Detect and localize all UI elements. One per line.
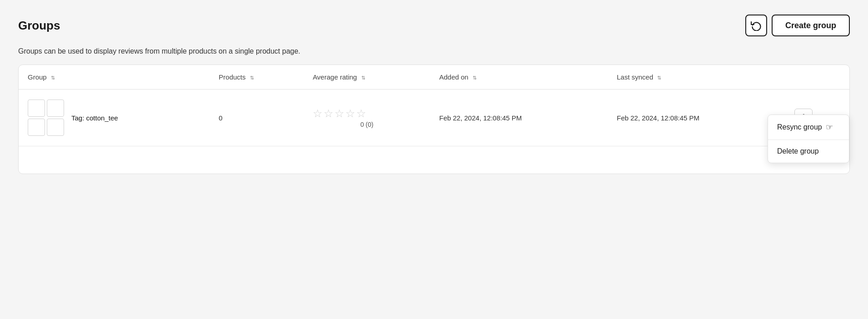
thumb-4 (47, 119, 64, 136)
sort-icon-rating: ⇅ (361, 75, 365, 80)
cursor-hand-icon: ☞ (826, 122, 833, 132)
group-thumbnails (28, 100, 64, 136)
page-description: Groups can be used to display reviews fr… (18, 47, 850, 55)
sort-icon-group: ⇅ (51, 75, 55, 80)
actions-cell: ⋮ Resync group ☞ Delete group (785, 90, 849, 146)
page-header: Groups Create group (18, 15, 850, 36)
header-actions: Create group (745, 15, 850, 36)
rating-text: 0 (0) (313, 121, 421, 128)
thumb-3 (28, 119, 45, 136)
group-cell: Tag: cotton_tee (19, 90, 210, 146)
added-on-cell: Feb 22, 2024, 12:08:45 PM (430, 90, 608, 146)
col-header-added-on[interactable]: Added on ⇅ (430, 65, 608, 90)
star-1: ☆ (313, 107, 323, 120)
last-synced-cell: Feb 22, 2024, 12:08:45 PM (608, 90, 785, 146)
star-2: ☆ (324, 107, 334, 120)
resync-all-button[interactable] (745, 15, 767, 36)
thumb-2 (47, 100, 64, 117)
col-header-average-rating[interactable]: Average rating ⇅ (304, 65, 430, 90)
star-5: ☆ (356, 107, 366, 120)
col-header-last-synced[interactable]: Last synced ⇅ (608, 65, 785, 90)
rating-cell: ☆ ☆ ☆ ☆ ☆ 0 (0) (304, 90, 430, 146)
star-3: ☆ (334, 107, 344, 120)
products-cell: 0 (210, 90, 304, 146)
groups-table-container: Group ⇅ Products ⇅ Average rating ⇅ Adde… (18, 65, 850, 174)
group-name-cell: Tag: cotton_tee (28, 100, 200, 136)
resync-group-label: Resync group (777, 123, 822, 131)
thumb-1 (28, 100, 45, 117)
delete-group-item[interactable]: Delete group (768, 140, 849, 163)
table-row: Tag: cotton_tee 0 ☆ ☆ ☆ ☆ ☆ 0 (0) Feb 22… (19, 90, 849, 146)
resync-group-item[interactable]: Resync group ☞ (768, 115, 849, 140)
empty-cell (19, 146, 849, 174)
group-name: Tag: cotton_tee (71, 114, 118, 122)
dropdown-menu: Resync group ☞ Delete group (768, 115, 849, 163)
sort-icon-last-synced: ⇅ (657, 75, 661, 80)
delete-group-label: Delete group (777, 147, 819, 155)
page-title: Groups (18, 19, 60, 33)
col-header-products[interactable]: Products ⇅ (210, 65, 304, 90)
sort-icon-products: ⇅ (250, 75, 254, 80)
col-header-actions (785, 65, 849, 90)
table-header-row: Group ⇅ Products ⇅ Average rating ⇅ Adde… (19, 65, 849, 90)
stars: ☆ ☆ ☆ ☆ ☆ (313, 107, 421, 120)
col-header-group[interactable]: Group ⇅ (19, 65, 210, 90)
sort-icon-added-on: ⇅ (473, 75, 477, 80)
create-group-button[interactable]: Create group (772, 15, 850, 36)
empty-row (19, 146, 849, 174)
groups-table: Group ⇅ Products ⇅ Average rating ⇅ Adde… (19, 65, 849, 174)
star-4: ☆ (345, 107, 355, 120)
